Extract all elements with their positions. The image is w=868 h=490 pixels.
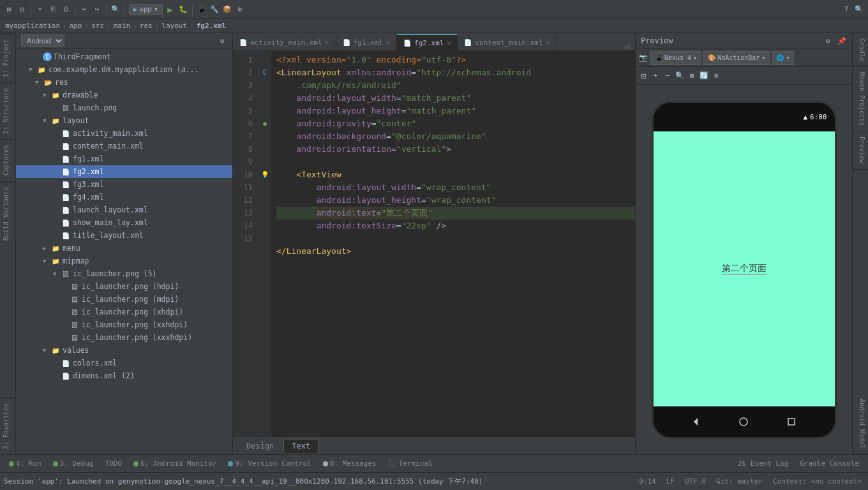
vtab-structure[interactable]: 2: Structure <box>0 82 15 139</box>
tool-android-monitor[interactable]: 6: Android Monitor <box>128 457 221 471</box>
tree-item-ic-hdpi[interactable]: 🖼 ic_launcher.png (hdpi) <box>16 280 232 293</box>
vtab-project[interactable]: 1: Project <box>0 33 15 82</box>
status-lf[interactable]: LF <box>664 477 677 486</box>
tab-close-icon[interactable]: ✕ <box>326 39 329 46</box>
refresh-icon[interactable]: 🔄 <box>699 71 709 81</box>
tree-item-fg1[interactable]: 📄 fg1.xml <box>16 152 232 165</box>
toolbar-search-everywhere[interactable]: 🔍 <box>854 4 864 15</box>
rvtab-preview[interactable]: Preview <box>853 131 868 169</box>
toolbar-redo[interactable]: ↪ <box>92 4 102 15</box>
tab-fg1[interactable]: 📄 fg1.xml ✕ <box>336 34 397 50</box>
zoom-fit-icon[interactable]: ⊡ <box>638 71 648 81</box>
toolbar-paste[interactable]: ⎙ <box>61 4 71 15</box>
tree-item-launch-layout[interactable]: 📄 launch_layout.xml <box>16 204 232 216</box>
vtab-favorites[interactable]: 2: Favorites <box>0 397 15 454</box>
vtab-captures[interactable]: Captures <box>0 139 15 181</box>
tool-debug[interactable]: 5: Debug <box>48 457 99 471</box>
tree-item-fg4[interactable]: 📄 fg4.xml <box>16 191 232 204</box>
locale-selector[interactable]: 🌐 ▾ <box>772 51 794 65</box>
tree-item-ic-xxxhdpi[interactable]: 🖼 ic_launcher.png (xxxhdpi) <box>16 331 232 344</box>
tree-item-ic-xxhdpi[interactable]: 🖼 ic_launcher.png (xxhdpi) <box>16 318 232 331</box>
toolbar-cut[interactable]: ✂ <box>35 4 45 15</box>
tree-item-mipmap[interactable]: ▼ 📁 mipmap <box>16 255 232 267</box>
breadcrumb-src[interactable]: src <box>91 22 104 30</box>
toolbar-icon-misc1[interactable]: 📱 <box>197 4 207 15</box>
toolbar-icon-misc2[interactable]: 🔧 <box>209 4 220 15</box>
preview-pin-icon[interactable]: 📌 <box>837 36 847 46</box>
run-button[interactable]: ▶ <box>165 4 176 15</box>
run-config-selector[interactable]: ▶ app ▾ <box>129 4 163 15</box>
tree-item-menu[interactable]: ▶ 📁 menu <box>16 242 232 255</box>
debug-button[interactable]: 🐛 <box>178 4 188 15</box>
tab-close-icon[interactable]: ✕ <box>447 40 451 47</box>
toolbar-help[interactable]: ? <box>841 4 851 15</box>
tree-item-show-main[interactable]: 📄 show_main_lay.xml <box>16 216 232 229</box>
toolbar-copy[interactable]: ⎘ <box>48 4 58 15</box>
zoom-in-icon[interactable]: + <box>650 71 661 81</box>
tool-event-log[interactable]: 26 Event Log <box>733 457 793 471</box>
vtab-build-variants[interactable]: Build Variants <box>0 181 15 246</box>
tree-item-ic-mdpi[interactable]: 🖼 ic_launcher.png (mdpi) <box>16 293 232 306</box>
tab-close-icon[interactable]: ✕ <box>386 39 390 46</box>
tree-item-colors[interactable]: 📄 colors.xml <box>16 357 232 369</box>
rvtab-android-model[interactable]: Android Model <box>853 394 868 454</box>
tree-item-drawable[interactable]: ▼ 📁 drawable <box>16 89 232 101</box>
breadcrumb-project[interactable]: myapplication <box>5 22 60 30</box>
tree-item-launch-png[interactable]: 🖼 launch.png <box>16 101 232 114</box>
tool-gradle-console[interactable]: Gradle Console <box>795 457 864 471</box>
breadcrumb-layout[interactable]: layout <box>161 22 187 30</box>
tree-item-activity-main[interactable]: 📄 activity_main.xml <box>16 127 232 140</box>
device-selector[interactable]: 📱 Nexus 4 ▾ <box>650 51 701 65</box>
tree-item-content-main[interactable]: 📄 content_main.xml <box>16 140 232 152</box>
tree-item-title-layout[interactable]: 📄 title_layout.xml <box>16 229 232 242</box>
breadcrumb-app[interactable]: app <box>70 22 82 30</box>
preview-settings2-icon[interactable]: ⚙ <box>711 71 721 81</box>
toolbar-icon-misc4[interactable]: ⚙ <box>235 4 245 15</box>
code-content[interactable]: <?xml version="1.0" encoding="utf-8"?> <… <box>271 51 635 436</box>
tab-design[interactable]: Design <box>238 439 282 453</box>
breadcrumb-main[interactable]: main <box>114 22 131 30</box>
preview-capture-icon[interactable]: 📷 <box>638 53 648 63</box>
toolbar-search[interactable]: 🔍 <box>110 4 121 15</box>
toolbar-icon-misc3[interactable]: 📦 <box>222 4 232 15</box>
tree-item-dimens[interactable]: 📄 dimens.xml (2) <box>16 369 232 382</box>
tool-terminal[interactable]: ⬛ Terminal <box>383 457 438 471</box>
code-editor[interactable]: 1 2 3 4 5 6 7 8 9 10 11 12 13 14 15 C <box>233 51 635 436</box>
tool-version-control[interactable]: 9: Version Control <box>223 457 316 471</box>
zoom-icon[interactable]: 🔍 <box>675 71 685 81</box>
rvtab-maven[interactable]: Maven Projects <box>853 67 868 131</box>
tree-item-third-fragment[interactable]: C ThirdFragment <box>16 50 232 63</box>
tree-item-com-example[interactable]: ▼ 📁 com.example.dm.myapplication (a... <box>16 63 232 76</box>
status-encoding[interactable]: UTF-8 <box>682 477 708 486</box>
status-position[interactable]: 9:14 <box>636 477 659 486</box>
zoom-fit2-icon[interactable]: ⊞ <box>687 71 697 81</box>
tree-item-fg2[interactable]: 📄 fg2.xml <box>16 165 232 178</box>
zoom-out-icon[interactable]: − <box>662 71 673 81</box>
theme-selector[interactable]: 🎨 NoActionBar ▾ <box>703 51 770 65</box>
tool-todo[interactable]: TODO <box>100 457 128 471</box>
toolbar-icon-1[interactable]: ⊞ <box>4 4 14 15</box>
breadcrumb-res[interactable]: res <box>140 22 153 30</box>
tab-close-icon[interactable]: ✕ <box>546 39 550 46</box>
tree-item-ic-launcher-group[interactable]: ▼ 🖼 ic_launcher.png (5) <box>16 267 232 280</box>
tab-content-main[interactable]: 📄 content_main.xml ✕ <box>458 34 557 50</box>
breadcrumb-file[interactable]: fg2.xml <box>197 22 226 30</box>
project-view-select[interactable]: Android Project <box>21 34 64 47</box>
tree-item-fg3[interactable]: 📄 fg3.xml <box>16 178 232 191</box>
tab-fg2[interactable]: 📄 fg2.xml ✕ <box>397 34 458 50</box>
tree-item-values[interactable]: ▼ 📁 values <box>16 344 232 357</box>
tree-item-ic-xhdpi[interactable]: 🖼 ic_launcher.png (xhdpi) <box>16 306 232 318</box>
tree-item-layout[interactable]: ▼ 📁 layout <box>16 114 232 127</box>
tab-activity-main[interactable]: 📄 activity_main.xml ✕ <box>233 34 336 50</box>
tab-text[interactable]: Text <box>283 439 318 453</box>
tool-messages[interactable]: 0: Messages <box>318 457 382 471</box>
status-context[interactable]: Context: <no context> <box>770 477 864 486</box>
rvtab-gradle[interactable]: Gradle <box>853 33 868 67</box>
toolbar-icon-2[interactable]: ⊡ <box>17 4 27 15</box>
tree-item-res[interactable]: ▼ 📂 res <box>16 76 232 89</box>
tool-run[interactable]: 4: Run <box>4 457 47 471</box>
panel-gear-icon[interactable]: ⚙ <box>217 36 227 46</box>
preview-settings-icon[interactable]: ⚙ <box>823 36 833 46</box>
toolbar-undo[interactable]: ↩ <box>79 4 89 15</box>
status-git[interactable]: Git: master <box>714 477 765 486</box>
